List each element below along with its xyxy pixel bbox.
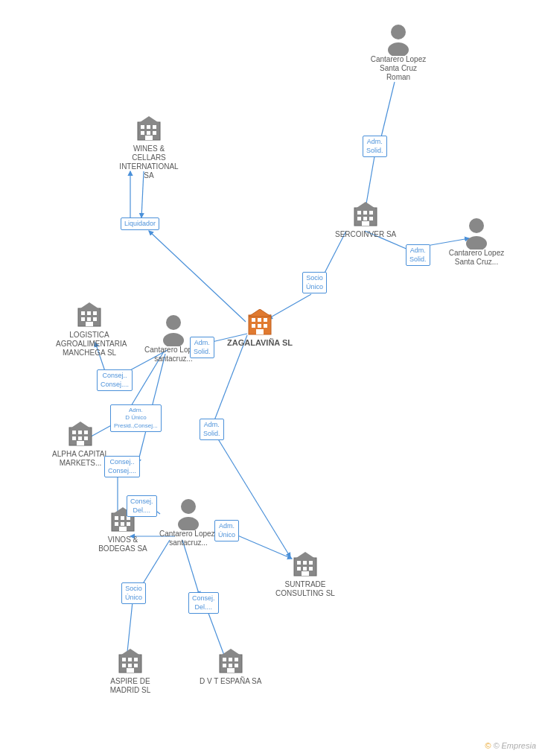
badge-consej2: Consej..Consej....: [104, 456, 140, 477]
node-dvt[interactable]: D V T ESPAÑA SA: [200, 648, 261, 686]
svg-rect-37: [147, 125, 150, 129]
svg-rect-31: [258, 324, 261, 328]
badge-consej1: Consej..Consej....: [97, 369, 133, 391]
svg-marker-114: [220, 649, 242, 656]
node-zagalavina[interactable]: ZAGALAVIÑA SL: [227, 309, 293, 348]
svg-rect-70: [78, 431, 82, 434]
svg-rect-94: [309, 567, 313, 571]
node-label-sercoinver: SERCOINVER SA: [335, 230, 396, 239]
svg-rect-49: [363, 217, 367, 220]
node-cantarero-top[interactable]: Cantarero Lopez Santa Cruz Roman: [369, 26, 428, 82]
svg-marker-65: [78, 302, 101, 310]
svg-point-56: [466, 236, 487, 250]
svg-rect-50: [369, 217, 373, 220]
svg-rect-32: [264, 324, 267, 328]
svg-point-53: [391, 25, 406, 39]
node-label-suntrade: SUNTRADE CONSULTING SL: [272, 580, 339, 598]
diagram-container: ZAGALAVIÑA SL WINES & CELLARS INTERNATIO…: [0, 0, 542, 756]
badge-adm-unico-consej: Adm.D ÚnicoPresid.,Consej...: [110, 404, 162, 432]
node-label-zagalavina: ZAGALAVIÑA SL: [227, 338, 293, 348]
svg-rect-93: [303, 567, 307, 571]
svg-rect-110: [223, 664, 226, 667]
svg-marker-105: [119, 649, 141, 656]
svg-rect-51: [362, 221, 369, 226]
svg-rect-28: [258, 318, 261, 322]
node-label-aspire: ASPIRE DE MADRID SL: [97, 677, 164, 695]
svg-rect-27: [252, 318, 255, 322]
svg-point-54: [388, 42, 409, 56]
node-label-cantarero-bot: Cantarero Lopez-santacruz...: [159, 530, 218, 547]
node-cantarero-bot[interactable]: Cantarero Lopez-santacruz...: [159, 501, 218, 547]
svg-rect-107: [223, 658, 226, 661]
node-label-logistica: LOGISTICA AGROALIMENTARIA MANCHEGA SL: [56, 331, 123, 358]
svg-point-55: [469, 218, 484, 233]
svg-marker-96: [294, 552, 316, 559]
svg-rect-33: [256, 329, 264, 334]
svg-marker-34: [249, 309, 271, 317]
svg-rect-58: [81, 311, 85, 315]
svg-rect-81: [115, 522, 118, 526]
svg-rect-74: [84, 436, 88, 440]
svg-rect-29: [264, 318, 267, 322]
svg-point-67: [163, 333, 184, 346]
svg-rect-40: [147, 131, 150, 135]
svg-rect-78: [115, 516, 118, 520]
badge-adm-unico-bot: Adm.Único: [214, 520, 239, 541]
svg-marker-76: [69, 422, 92, 429]
person-icon-cantarero-bot: [175, 501, 202, 527]
node-aspire[interactable]: ASPIRE DE MADRID SL: [97, 648, 164, 695]
svg-rect-75: [77, 441, 84, 445]
building-icon-alpha: [67, 421, 94, 448]
svg-marker-52: [354, 202, 377, 209]
building-icon-aspire: [117, 648, 144, 675]
svg-rect-47: [369, 211, 373, 215]
svg-rect-103: [134, 664, 138, 667]
node-label-vinos: VINOS & BODEGAS SA: [89, 536, 156, 553]
svg-rect-102: [128, 664, 132, 667]
svg-rect-100: [134, 658, 138, 661]
badge-adm-solid-right: Adm.Solid.: [406, 244, 430, 266]
svg-rect-30: [252, 324, 255, 328]
svg-rect-111: [229, 664, 232, 667]
svg-point-66: [166, 315, 181, 330]
svg-point-87: [178, 517, 199, 530]
node-logistica[interactable]: LOGISTICA AGROALIMENTARIA MANCHEGA SL: [56, 302, 123, 358]
svg-rect-36: [141, 125, 144, 129]
badge-adm-solid-top: Adm.Solid.: [363, 136, 387, 157]
svg-rect-69: [72, 431, 76, 434]
svg-rect-60: [93, 311, 97, 315]
badge-adm-solid-mid: Adm.Solid.: [190, 337, 214, 358]
node-cantarero-right[interactable]: Cantarero Lopez Santa Cruz...: [447, 220, 506, 267]
svg-rect-39: [141, 131, 144, 135]
svg-rect-95: [302, 571, 309, 576]
badge-adm-solid-bot: Adm.Solid.: [200, 419, 224, 440]
connection-lines: [0, 0, 542, 756]
watermark: © © Empresia: [485, 741, 536, 750]
badge-consej-del1: Consej.Del....: [127, 495, 157, 517]
node-label-dvt: D V T ESPAÑA SA: [200, 677, 261, 686]
svg-line-9: [212, 335, 247, 426]
svg-rect-73: [78, 436, 82, 440]
svg-line-0: [380, 82, 395, 143]
svg-rect-82: [121, 522, 124, 526]
building-icon-sercoinver: [352, 201, 379, 228]
person-icon-cantarero-right: [463, 220, 490, 247]
svg-rect-42: [145, 136, 153, 140]
building-icon-dvt: [217, 648, 244, 675]
svg-line-25: [149, 231, 246, 322]
badge-consej-del2: Consej.Del....: [188, 592, 219, 614]
svg-rect-109: [235, 658, 238, 661]
building-icon-logistica: [76, 302, 103, 328]
svg-rect-61: [81, 317, 85, 321]
node-suntrade[interactable]: SUNTRADE CONSULTING SL: [272, 551, 339, 598]
badge-liquidador: Liquidador: [121, 217, 159, 230]
person-icon-cantarero-top: [385, 26, 412, 53]
building-icon-zagalavina: [246, 309, 273, 336]
svg-point-86: [181, 499, 196, 514]
svg-rect-90: [303, 561, 307, 565]
node-sercoinver[interactable]: SERCOINVER SA: [335, 201, 396, 239]
badge-socio-unico-bot: SocioÚnico: [121, 582, 146, 604]
node-wines-cellars[interactable]: WINES & CELLARS INTERNATIONAL SA: [115, 115, 182, 180]
svg-rect-84: [119, 527, 127, 531]
svg-line-23: [182, 540, 200, 596]
